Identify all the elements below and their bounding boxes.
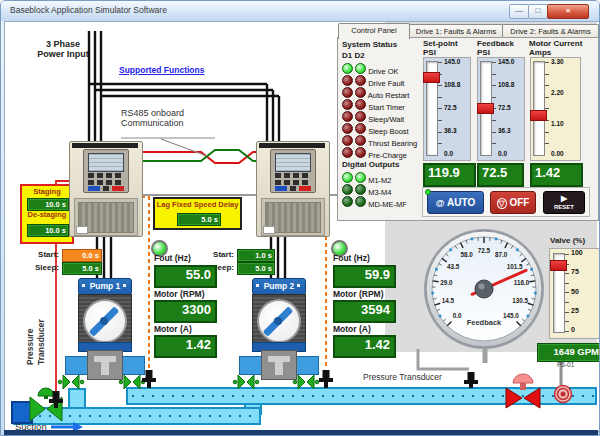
pump1-rpm-label: Motor (RPM) — [154, 289, 205, 299]
pump-2: Pump 2 — [252, 278, 304, 378]
auto-button[interactable]: @ AUTO — [427, 191, 484, 214]
gauge-label: Feedback — [467, 318, 502, 327]
motor-current-slider-track — [533, 61, 545, 156]
d1-led — [342, 87, 353, 98]
setpoint-value-display: 119.9 — [423, 163, 476, 187]
drive-2-terminal-strip — [259, 143, 325, 148]
window-bottom-border — [4, 430, 598, 435]
svg-text:87.0: 87.0 — [495, 251, 508, 258]
discharge-pipe — [126, 387, 597, 405]
destaging-value: 10.0 s — [27, 224, 69, 237]
svg-text:14.5: 14.5 — [442, 297, 455, 304]
led-columns-header: D1 D2 — [342, 51, 365, 60]
reset-button[interactable]: ▶ RESET — [543, 191, 585, 214]
setpoint-header: Set-pointPSI — [423, 39, 458, 57]
destaging-title: De-staging — [22, 210, 72, 219]
d1-led — [342, 111, 353, 122]
pump2-fout-label: Fout (Hz) — [333, 253, 370, 263]
minimize-button[interactable]: — — [509, 4, 529, 19]
pump1-fout-label: Fout (Hz) — [154, 253, 191, 263]
status-row: Drive Fault — [342, 75, 404, 85]
setpoint-slider-handle[interactable] — [423, 72, 440, 83]
window-title: Baseblock Application Simulator Software — [10, 5, 167, 15]
tab-drive2-faults[interactable]: Drive 2: Faults & Alarms — [502, 24, 599, 38]
rs485-label: RS485 onboardCommunication — [121, 108, 184, 128]
tab-control-panel[interactable]: Control Panel — [338, 23, 410, 39]
flow-rate-display: 1649 GPM — [537, 343, 600, 362]
status-row: Drive OK — [342, 63, 399, 73]
feedback-value-display: 72.5 — [477, 163, 524, 187]
pressure-transducer-bottom-label: Pressure Transducer — [363, 372, 442, 382]
d2-led — [355, 135, 366, 146]
maximize-button[interactable]: □ — [528, 4, 548, 19]
valve-slider-label: Valve (%) — [550, 236, 585, 245]
pump2-fout-value: 59.9 — [333, 265, 396, 288]
close-button[interactable]: × — [547, 4, 589, 19]
feedback-header: FeedbackPSI — [477, 39, 514, 57]
valve-slider-handle[interactable] — [550, 260, 567, 271]
d2-led — [355, 147, 366, 158]
d2-led — [355, 75, 366, 86]
motor-current-slider-handle[interactable] — [530, 110, 547, 121]
suction-pipe — [13, 407, 261, 425]
d1-led — [342, 123, 353, 134]
pump2-amps-value: 1.42 — [333, 335, 396, 358]
reset-arrow-icon: ▶ — [544, 194, 584, 204]
staging-value: 10.0 s — [27, 198, 69, 211]
off-stop-icon: ▽ — [497, 198, 507, 209]
pump2-amps-label: Motor (A) — [333, 324, 371, 334]
pump2-rpm-value: 3594 — [333, 300, 396, 323]
d2-led — [355, 123, 366, 134]
status-row: Start Timer — [342, 99, 405, 109]
pump1-amps-label: Motor (A) — [154, 324, 192, 334]
d2-led — [355, 99, 366, 110]
pump2-start-value: 1.0 s — [237, 249, 275, 262]
pump1-amps-value: 1.42 — [154, 335, 217, 358]
drive-2-lcd — [275, 153, 311, 172]
title-bar: Baseblock Application Simulator Software… — [1, 1, 600, 21]
lag-value: 5.0 s — [177, 213, 221, 226]
lag-box: Lag Fixed Speed Delay 5.0 s — [153, 197, 242, 230]
staging-box: Staging 10.0 s De-staging 10.0 s — [20, 184, 74, 244]
d2-led — [355, 63, 366, 74]
pump2-rpm-label: Motor (RPM) — [333, 289, 384, 299]
svg-text:0.0: 0.0 — [453, 312, 462, 319]
pump1-start-label: Start: — [29, 250, 59, 259]
d1-led — [342, 135, 353, 146]
drive-1-terminal-strip — [72, 143, 138, 148]
auto-swirl-icon: @ — [436, 198, 445, 208]
d1-led — [342, 75, 353, 86]
drive-2-keypad — [270, 149, 316, 193]
drive-1-lcd — [88, 153, 124, 172]
pump1-fout-value: 55.0 — [154, 265, 217, 288]
pump1-start-value: 0.0 s — [62, 249, 102, 262]
pump2-sleep-value: 5.0 s — [237, 262, 275, 275]
pressure-transducer-left-label: Pressure Transducer — [25, 289, 46, 365]
svg-text:145.0: 145.0 — [503, 312, 519, 319]
d2-led — [355, 87, 366, 98]
svg-text:130.5: 130.5 — [512, 297, 528, 304]
pump1-sleep-label: Sleep: — [29, 263, 59, 272]
feedback-slider-handle[interactable] — [477, 103, 494, 114]
off-button[interactable]: ▽ OFF — [490, 191, 536, 214]
system-status-header: System Status — [342, 40, 397, 49]
d1-led — [342, 63, 353, 74]
drive-1-keypad — [83, 149, 129, 193]
pump2-start-label: Start: — [204, 250, 234, 259]
drive-2 — [256, 141, 330, 237]
flow-sensor-tag: P6-01 — [557, 361, 574, 368]
pump-1-motor — [87, 350, 123, 380]
svg-text:58.0: 58.0 — [461, 251, 474, 258]
d1-led — [342, 147, 353, 158]
d1-led — [342, 99, 353, 110]
output-row: M3-M4 — [342, 184, 392, 194]
pump-1: Pump 1 — [78, 278, 130, 378]
motor-current-header: Motor CurrentAmps — [529, 39, 582, 57]
supported-functions-link[interactable]: Supported Functions — [119, 65, 204, 75]
pump-2-motor — [261, 350, 297, 380]
status-row: Sleep/Wait — [342, 111, 404, 121]
tab-drive1-faults[interactable]: Drive 1: Faults & Alarms — [409, 24, 503, 38]
status-row: Thrust Bearing — [342, 135, 417, 145]
status-row: Pre-Charge — [342, 147, 407, 157]
svg-text:29.0: 29.0 — [440, 279, 453, 286]
